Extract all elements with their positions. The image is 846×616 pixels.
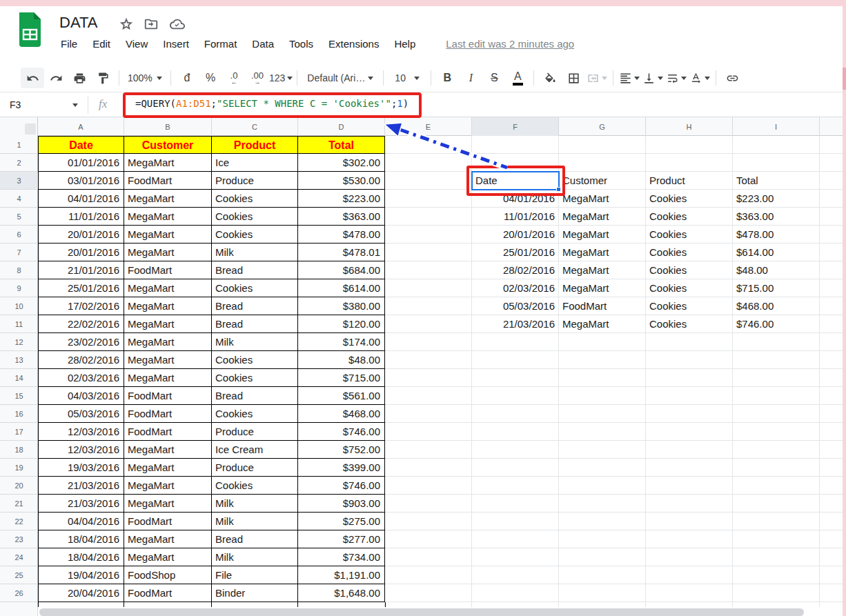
zoom-dropdown[interactable]: 100%: [124, 68, 166, 88]
query-cell[interactable]: $614.00: [733, 244, 820, 261]
query-cell[interactable]: $48.00: [733, 261, 820, 279]
sheet-header-cell[interactable]: Date: [38, 136, 124, 154]
sheet-cell[interactable]: 04/04/2016: [38, 513, 124, 530]
row-header-25[interactable]: 25: [0, 566, 38, 584]
query-header-cell[interactable]: Customer: [559, 172, 646, 190]
bold-button[interactable]: B: [435, 68, 459, 88]
sheet-cell[interactable]: $363.00: [298, 208, 385, 226]
sheet-cell[interactable]: Milk: [212, 548, 298, 566]
sheet-cell[interactable]: 12/03/2016: [38, 423, 124, 441]
sheet-cell[interactable]: MegaMart: [124, 315, 212, 333]
redo-button[interactable]: [44, 68, 68, 88]
sheet-cell[interactable]: Cookies: [212, 351, 298, 369]
sheet-cell[interactable]: 02/03/2016: [38, 369, 124, 387]
sheet-cell[interactable]: Bread: [212, 530, 298, 548]
query-cell[interactable]: Cookies: [646, 190, 733, 208]
document-title[interactable]: DATA: [59, 14, 97, 32]
query-cell[interactable]: Cookies: [646, 279, 733, 297]
sheet-cell[interactable]: $1,191.00: [298, 566, 385, 584]
row-header-1[interactable]: 1: [0, 136, 38, 154]
sheet-cell[interactable]: 18/04/2016: [38, 548, 124, 566]
star-icon[interactable]: [119, 17, 134, 32]
column-header-g[interactable]: G: [559, 117, 646, 136]
row-header-16[interactable]: 16: [0, 405, 38, 423]
column-header-a[interactable]: A: [38, 117, 124, 136]
text-color-button[interactable]: A: [506, 68, 529, 88]
query-cell[interactable]: 25/01/2016: [472, 244, 559, 261]
sheet-cell[interactable]: FoodMart: [124, 513, 212, 530]
query-cell[interactable]: MegaMart: [559, 244, 646, 261]
sheet-cell[interactable]: MegaMart: [124, 154, 212, 172]
sheet-cell[interactable]: MegaMart: [124, 297, 212, 315]
sheet-cell[interactable]: MegaMart: [124, 369, 212, 387]
sheet-cell[interactable]: MegaMart: [124, 226, 212, 244]
select-all-corner[interactable]: [0, 117, 38, 136]
sheet-cell[interactable]: Produce: [212, 423, 298, 441]
row-header-21[interactable]: 21: [0, 495, 38, 513]
menu-item-format[interactable]: Format: [204, 38, 237, 50]
sheet-cell[interactable]: Ice: [212, 154, 298, 172]
query-cell[interactable]: $746.00: [733, 315, 820, 333]
sheet-cell[interactable]: Produce: [212, 172, 298, 190]
column-header-h[interactable]: H: [646, 117, 733, 136]
increase-decimals-button[interactable]: .00→: [246, 68, 269, 88]
sheet-cell[interactable]: 20/04/2016: [38, 584, 124, 602]
insert-link-icon[interactable]: [720, 68, 744, 88]
sheet-cell[interactable]: 04/03/2016: [38, 387, 124, 405]
sheet-cell[interactable]: 03/01/2016: [38, 172, 124, 190]
sheet-cell[interactable]: Milk: [212, 333, 298, 351]
column-header-d[interactable]: D: [298, 117, 385, 136]
number-format-dropdown[interactable]: 123: [269, 68, 293, 88]
query-cell[interactable]: Cookies: [646, 208, 733, 226]
query-header-cell[interactable]: Total: [733, 172, 820, 190]
sheet-cell[interactable]: 19/04/2016: [38, 566, 124, 584]
sheet-cell[interactable]: 17/02/2016: [38, 297, 124, 315]
sheet-cell[interactable]: FoodMart: [124, 261, 212, 279]
italic-button[interactable]: I: [459, 68, 482, 88]
decrease-decimals-button[interactable]: .0←: [222, 68, 246, 88]
sheet-cell[interactable]: 19/03/2016: [38, 459, 124, 477]
row-header-13[interactable]: 13: [0, 351, 38, 369]
menu-item-extensions[interactable]: Extensions: [328, 38, 379, 50]
menu-item-file[interactable]: File: [61, 38, 77, 50]
sheet-cell[interactable]: Binder: [212, 584, 298, 602]
sheet-cell[interactable]: $1,648.00: [298, 584, 385, 602]
query-cell[interactable]: 02/03/2016: [472, 279, 559, 297]
query-cell[interactable]: $363.00: [733, 208, 820, 226]
sheet-header-cell[interactable]: Product: [212, 136, 298, 154]
sheet-cell[interactable]: FoodMart: [124, 584, 212, 602]
sheet-cell[interactable]: Ice Cream: [212, 441, 298, 459]
sheet-cell[interactable]: Milk: [212, 513, 298, 530]
sheet-cell[interactable]: $468.00: [298, 405, 385, 423]
undo-button[interactable]: [21, 68, 44, 88]
row-header-2[interactable]: 2: [0, 154, 38, 172]
sheet-cell[interactable]: Bread: [212, 387, 298, 405]
sheet-header-cell[interactable]: Total: [298, 136, 385, 154]
fill-color-button[interactable]: [538, 68, 562, 88]
sheet-cell[interactable]: Bread: [212, 297, 298, 315]
move-to-folder-icon[interactable]: [144, 17, 159, 32]
row-header-22[interactable]: 22: [0, 513, 38, 530]
sheet-cell[interactable]: MegaMart: [124, 208, 212, 226]
sheet-cell[interactable]: $120.00: [298, 315, 385, 333]
query-cell[interactable]: Cookies: [646, 261, 733, 279]
sheet-cell[interactable]: Cookies: [212, 208, 298, 226]
query-cell[interactable]: MegaMart: [559, 226, 646, 244]
sheet-cell[interactable]: $275.00: [298, 513, 385, 530]
sheet-cell[interactable]: 21/01/2016: [38, 261, 124, 279]
column-header-c[interactable]: C: [212, 117, 298, 136]
sheet-cell[interactable]: $715.00: [298, 369, 385, 387]
query-cell[interactable]: $715.00: [733, 279, 820, 297]
sheet-cell[interactable]: $734.00: [298, 548, 385, 566]
strikethrough-button[interactable]: S: [482, 68, 506, 88]
sheet-cell[interactable]: FoodMart: [124, 405, 212, 423]
menu-item-edit[interactable]: Edit: [92, 38, 110, 50]
row-header-18[interactable]: 18: [0, 441, 38, 459]
query-cell[interactable]: 28/02/2016: [472, 261, 559, 279]
sheet-cell[interactable]: $223.00: [298, 190, 385, 208]
sheet-cell[interactable]: 20/01/2016: [38, 226, 124, 244]
query-cell[interactable]: Cookies: [646, 226, 733, 244]
sheet-cell[interactable]: MegaMart: [124, 333, 212, 351]
sheet-cell[interactable]: $684.00: [298, 261, 385, 279]
name-box[interactable]: F3: [0, 92, 88, 117]
